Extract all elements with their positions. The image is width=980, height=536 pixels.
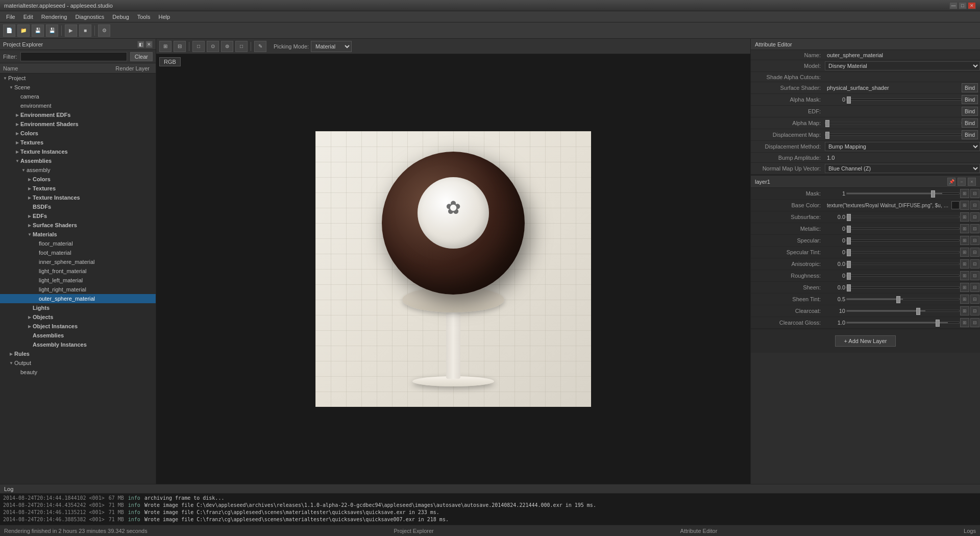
layer-slider-container-8[interactable]: 0.0	[825, 284, 960, 290]
clear-button[interactable]: Clear	[130, 52, 153, 61]
tree-item-3[interactable]: environment	[0, 101, 156, 110]
viewport-image[interactable]: RGB ✿	[156, 54, 750, 484]
tree-container[interactable]: ▼Project▼Scenecameraenvironment▶Environm…	[0, 74, 156, 484]
menu-file[interactable]: File	[2, 13, 19, 21]
menu-rendering[interactable]: Rendering	[37, 13, 71, 21]
layer-slider-container-3[interactable]: 0	[825, 226, 960, 232]
vt-btn-1[interactable]: ⊞	[159, 41, 172, 52]
layer-slider-track-2[interactable]	[846, 216, 960, 218]
tree-item-9[interactable]: ▼Assemblies	[0, 156, 156, 165]
tree-item-28[interactable]: Assemblies	[0, 331, 156, 340]
tree-item-30[interactable]: ▶Rules	[0, 349, 156, 358]
layer-row-icon2-11[interactable]: ⊟	[970, 318, 979, 327]
vt-btn-2[interactable]: ⊟	[174, 41, 186, 52]
ae-model-select[interactable]: Disney Material	[825, 61, 980, 70]
menu-help[interactable]: Help	[154, 13, 174, 21]
tree-item-11[interactable]: ▶Colors	[0, 175, 156, 184]
vt-btn-6[interactable]: □	[235, 41, 248, 52]
tree-item-10[interactable]: ▼assembly	[0, 165, 156, 175]
layer-row-icon1-2[interactable]: ⊞	[960, 212, 969, 222]
filter-input[interactable]	[20, 52, 127, 61]
layer-row-icon1-10[interactable]: ⊞	[960, 306, 969, 315]
layer-row-icon2-10[interactable]: ⊟	[970, 306, 979, 315]
layer-slider-container-10[interactable]: 10	[825, 308, 960, 314]
ae-alpha-map-bind[interactable]: Bind	[962, 118, 978, 128]
ae-displacement-map-bind[interactable]: Bind	[962, 130, 978, 139]
layer-row-icon1-11[interactable]: ⊞	[960, 318, 969, 327]
ae-normal-map-select[interactable]: Blue Channel (Z) Green Channel (Y)	[825, 164, 980, 173]
layer-row-icon1-4[interactable]: ⊞	[960, 236, 969, 245]
layer-row-icon2-2[interactable]: ⊟	[970, 212, 979, 222]
tree-item-25[interactable]: Lights	[0, 303, 156, 312]
tree-item-19[interactable]: foot_material	[0, 248, 156, 257]
tree-item-26[interactable]: ▶Objects	[0, 312, 156, 322]
tree-item-8[interactable]: ▶Texture Instances	[0, 147, 156, 156]
tree-item-27[interactable]: ▶Object Instances	[0, 322, 156, 331]
tree-item-21[interactable]: light_front_material	[0, 266, 156, 276]
ae-displacement-map-slider[interactable]	[825, 134, 962, 136]
ae-alpha-mask-bind[interactable]: Bind	[962, 95, 978, 104]
add-layer-button[interactable]: + Add New Layer	[835, 335, 895, 347]
menu-debug[interactable]: Debug	[108, 13, 133, 21]
layer-row-icon1-1[interactable]: ⊞	[960, 201, 969, 210]
layer-row-icon2-5[interactable]: ⊟	[970, 248, 979, 257]
maximize-button[interactable]: □	[959, 2, 967, 9]
layer-slider-track-0[interactable]	[846, 192, 960, 194]
layer-close-btn[interactable]: ×	[968, 178, 976, 186]
tree-item-22[interactable]: light_left_material	[0, 276, 156, 285]
layer-slider-track-4[interactable]	[846, 239, 960, 241]
ae-displacement-method-select[interactable]: Bump Mapping Normal Mapping	[825, 142, 980, 151]
vt-btn-7[interactable]: ✎	[254, 41, 266, 52]
layer-slider-track-7[interactable]	[846, 275, 960, 277]
toolbar-stop-btn[interactable]: ■	[79, 25, 91, 37]
layer-slider-container-0[interactable]: 1	[825, 190, 960, 197]
tree-item-7[interactable]: ▶Textures	[0, 138, 156, 147]
tree-item-17[interactable]: ▼Materials	[0, 230, 156, 239]
ae-surface-shader-bind[interactable]: Bind	[962, 83, 978, 92]
toolbar-save-btn[interactable]: 💾	[32, 25, 44, 37]
layer-row-icon2-7[interactable]: ⊟	[970, 271, 979, 280]
layer-row-icon1-6[interactable]: ⊞	[960, 259, 969, 269]
tree-item-31[interactable]: ▼Output	[0, 358, 156, 368]
layer-slider-track-6[interactable]	[846, 263, 960, 265]
tree-item-18[interactable]: floor_material	[0, 239, 156, 248]
ae-alpha-map-slider[interactable]	[825, 122, 962, 124]
tree-item-5[interactable]: ▶Environment Shaders	[0, 119, 156, 129]
ae-alpha-map-slider-track[interactable]	[825, 122, 962, 124]
toolbar-open-btn[interactable]: 📁	[17, 25, 30, 37]
picking-mode-select[interactable]: Material Object Assembly	[311, 41, 352, 52]
layer-slider-container-5[interactable]: 0	[825, 249, 960, 255]
toolbar-render-btn[interactable]: ▶	[65, 25, 77, 37]
layer-slider-track-5[interactable]	[846, 251, 960, 253]
layer-slider-track-10[interactable]	[846, 310, 960, 312]
layer-row-icon2-4[interactable]: ⊟	[970, 236, 979, 245]
pe-close-btn[interactable]: ✕	[145, 41, 153, 48]
layer-slider-container-9[interactable]: 0.5	[825, 296, 960, 302]
tree-item-14[interactable]: BSDFs	[0, 202, 156, 211]
tree-item-16[interactable]: ▶Surface Shaders	[0, 221, 156, 230]
layer-row-swatch-1[interactable]	[951, 201, 960, 209]
ae-alpha-mask-slider-track[interactable]	[846, 99, 962, 101]
tree-item-12[interactable]: ▶Textures	[0, 184, 156, 193]
layer-row-icon1-3[interactable]: ⊞	[960, 224, 969, 233]
layer-row-icon2-9[interactable]: ⊟	[970, 295, 979, 304]
toolbar-settings-btn[interactable]: ⚙	[98, 25, 110, 37]
tree-item-20[interactable]: inner_sphere_material	[0, 257, 156, 266]
ae-displacement-map-slider-track[interactable]	[825, 134, 962, 136]
tree-item-13[interactable]: ▶Texture Instances	[0, 193, 156, 202]
close-button[interactable]: ✕	[968, 2, 976, 9]
vt-btn-3[interactable]: □	[192, 41, 205, 52]
layer-row-icon2-3[interactable]: ⊟	[970, 224, 979, 233]
tree-item-29[interactable]: Assembly Instances	[0, 340, 156, 349]
layer-minus-btn[interactable]: −	[958, 178, 966, 186]
layer-slider-track-3[interactable]	[846, 228, 960, 230]
layer-slider-container-4[interactable]: 0	[825, 237, 960, 243]
tree-item-6[interactable]: ▶Colors	[0, 129, 156, 138]
ae-edf-bind[interactable]: Bind	[962, 107, 978, 116]
vt-btn-5[interactable]: ⊚	[221, 41, 233, 52]
tree-item-2[interactable]: camera	[0, 92, 156, 101]
layer-slider-container-2[interactable]: 0.0	[825, 214, 960, 220]
layer-row-icon1-8[interactable]: ⊞	[960, 283, 969, 292]
layer-row-icon1-9[interactable]: ⊞	[960, 295, 969, 304]
menu-edit[interactable]: Edit	[19, 13, 37, 21]
